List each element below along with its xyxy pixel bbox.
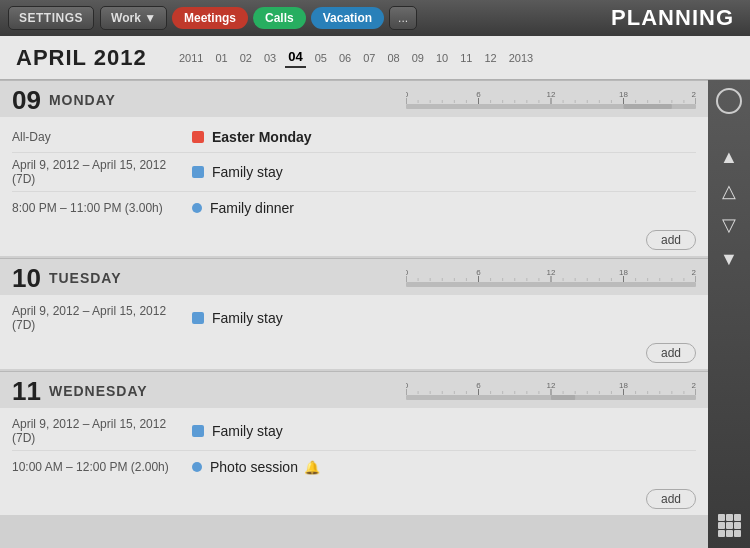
more-button[interactable]: ... [389,6,417,30]
event-time: 10:00 AM – 12:00 PM (2.00h) [12,460,192,474]
event-row[interactable]: 10:00 AM – 12:00 PM (2.00h)Photo session… [12,451,696,483]
svg-text:18: 18 [619,381,628,390]
year-nav-item[interactable]: 05 [312,50,330,66]
day-header: 09 MONDAY 06121824 [0,80,708,117]
day-number: 10 [12,265,41,291]
svg-text:18: 18 [619,268,628,277]
grid-icon [718,514,741,537]
event-title: Family stay [212,310,283,326]
event-dot-icon [192,425,204,437]
grid-view-button[interactable] [714,510,744,540]
svg-rect-32 [406,282,696,287]
timeline-container: 06121824 [406,381,696,401]
add-event-button[interactable]: add [646,343,696,363]
year-nav-item[interactable]: 07 [360,50,378,66]
svg-text:24: 24 [692,268,696,277]
main-content: 09 MONDAY 06121824 All-DayEaster MondayA… [0,80,750,548]
svg-text:12: 12 [547,381,556,390]
add-row: add [0,485,708,515]
event-dot-icon [192,462,202,472]
event-dot-icon [192,166,204,178]
event-row[interactable]: 8:00 PM – 11:00 PM (3.00h)Family dinner [12,192,696,224]
add-row: add [0,226,708,256]
day-header: 11 WEDNESDAY 06121824 [0,371,708,408]
event-title: Easter Monday [212,129,312,145]
work-button[interactable]: Work ▼ [100,6,167,30]
day-block: 09 MONDAY 06121824 All-DayEaster MondayA… [0,80,708,256]
event-dot-icon [192,131,204,143]
event-area: April 9, 2012 – April 15, 2012 (7D)Famil… [0,295,708,339]
day-name: MONDAY [49,92,406,108]
app-title: PLANNING [611,5,734,31]
year-nav-item[interactable]: 09 [409,50,427,66]
right-sidebar: ▲ △ ▽ ▼ [708,80,750,548]
event-time: April 9, 2012 – April 15, 2012 (7D) [12,158,192,186]
event-area: April 9, 2012 – April 15, 2012 (7D)Famil… [0,408,708,485]
svg-text:6: 6 [476,381,481,390]
event-time: April 9, 2012 – April 15, 2012 (7D) [12,304,192,332]
svg-text:12: 12 [547,90,556,99]
svg-text:12: 12 [547,268,556,277]
month-header: APRIL 2012 20110102030405060708091011122… [0,36,750,80]
event-row[interactable]: All-DayEaster Monday [12,121,696,153]
event-title: Family stay [212,164,283,180]
svg-text:0: 0 [406,381,409,390]
event-dot-icon [192,312,204,324]
year-nav-item[interactable]: 02 [237,50,255,66]
year-nav-item[interactable]: 2013 [506,50,536,66]
day-name: TUESDAY [49,270,406,286]
add-row: add [0,339,708,369]
record-button[interactable] [716,88,742,114]
timeline-svg: 06121824 [406,381,696,401]
event-row[interactable]: April 9, 2012 – April 15, 2012 (7D)Famil… [12,153,696,192]
calls-button[interactable]: Calls [253,7,306,29]
timeline-container: 06121824 [406,268,696,288]
add-event-button[interactable]: add [646,230,696,250]
meetings-button[interactable]: Meetings [172,7,248,29]
day-number: 11 [12,378,41,404]
svg-text:6: 6 [476,90,481,99]
timeline-container: 06121824 [406,90,696,110]
event-row[interactable]: April 9, 2012 – April 15, 2012 (7D)Famil… [12,299,696,337]
scroll-down-solid-button[interactable]: ▼ [714,244,744,274]
year-nav-item[interactable]: 03 [261,50,279,66]
event-time: All-Day [12,130,192,144]
timeline-svg: 06121824 [406,90,696,110]
year-nav-item[interactable]: 08 [384,50,402,66]
year-nav-item[interactable]: 01 [212,50,230,66]
svg-text:0: 0 [406,268,409,277]
day-block: 10 TUESDAY 06121824 April 9, 2012 – Apri… [0,258,708,369]
event-area: All-DayEaster MondayApril 9, 2012 – Apri… [0,117,708,226]
settings-button[interactable]: SETTINGS [8,6,94,30]
scroll-up-solid-button[interactable]: ▲ [714,142,744,172]
svg-rect-64 [551,395,575,400]
month-title: APRIL 2012 [16,45,176,71]
event-title: Photo session [210,459,298,475]
event-row[interactable]: April 9, 2012 – April 15, 2012 (7D)Famil… [12,412,696,451]
svg-rect-1 [624,104,672,109]
event-title: Family stay [212,423,283,439]
year-nav-item[interactable]: 10 [433,50,451,66]
day-name: WEDNESDAY [49,383,406,399]
calendar-section: 09 MONDAY 06121824 All-DayEaster MondayA… [0,80,708,548]
year-nav: 20110102030405060708091011122013 [176,47,734,68]
svg-text:18: 18 [619,90,628,99]
top-bar: SETTINGS Work ▼ Meetings Calls Vacation … [0,0,750,36]
add-event-button[interactable]: add [646,489,696,509]
alarm-icon: 🔔 [304,460,320,475]
year-nav-item[interactable]: 2011 [176,50,206,66]
vacation-button[interactable]: Vacation [311,7,384,29]
svg-text:0: 0 [406,90,409,99]
scroll-up-outline-button[interactable]: △ [714,176,744,206]
day-number: 09 [12,87,41,113]
day-header: 10 TUESDAY 06121824 [0,258,708,295]
event-time: 8:00 PM – 11:00 PM (3.00h) [12,201,192,215]
year-nav-item[interactable]: 06 [336,50,354,66]
year-nav-item[interactable]: 12 [481,50,499,66]
scroll-down-outline-button[interactable]: ▽ [714,210,744,240]
year-nav-item[interactable]: 11 [457,50,475,66]
year-nav-item[interactable]: 04 [285,47,305,68]
svg-text:24: 24 [692,381,696,390]
event-time: April 9, 2012 – April 15, 2012 (7D) [12,417,192,445]
event-title: Family dinner [210,200,294,216]
